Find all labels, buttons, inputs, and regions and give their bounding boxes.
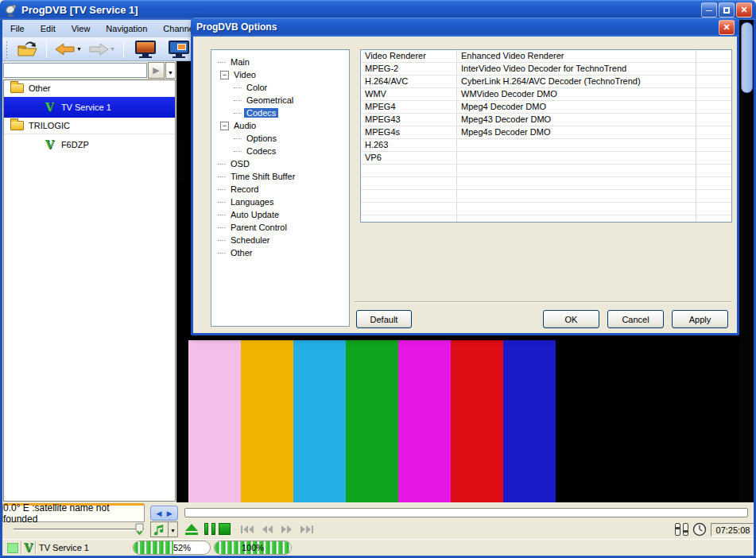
fast-forward-button[interactable] xyxy=(281,525,293,533)
satellite-tab[interactable]: 0.0° E :satellite name not founded xyxy=(2,503,145,522)
ok-button[interactable]: OK xyxy=(543,310,599,328)
codec-format-cell: Video Renderer xyxy=(361,50,457,63)
video-window-button[interactable] xyxy=(129,39,162,60)
eject-button[interactable] xyxy=(184,524,199,535)
codec-decoder-cell xyxy=(457,177,696,190)
tree-item-audio[interactable]: −Audio xyxy=(211,119,349,132)
rewind-button[interactable] xyxy=(262,525,273,533)
prev-satellite-button[interactable]: ◀ xyxy=(156,510,161,517)
menu-item-edit[interactable]: Edit xyxy=(33,21,64,36)
tree-item-time-shift-buffer[interactable]: Time Shift Buffer xyxy=(211,170,349,183)
tree-connector xyxy=(234,100,242,101)
menu-item-file[interactable]: File xyxy=(2,21,33,36)
tree-item-options[interactable]: Options xyxy=(211,132,349,145)
dialog-close-button[interactable]: ✕ xyxy=(719,20,735,35)
back-dropdown-caret[interactable]: ▼ xyxy=(76,46,82,52)
search-input[interactable] xyxy=(3,63,147,78)
apply-button[interactable]: Apply xyxy=(672,310,728,328)
default-button[interactable]: Default xyxy=(356,310,412,328)
cancel-button[interactable]: Cancel xyxy=(607,310,664,328)
audio-track-dropdown[interactable]: ▼ xyxy=(169,521,178,537)
open-folder-icon xyxy=(16,40,38,59)
codec-row[interactable]: VP6 xyxy=(361,152,731,165)
codec-row[interactable]: MPEG4Mpeg4 Decoder DMO xyxy=(361,101,731,114)
codec-row[interactable]: WMVWMVideo Decoder DMO xyxy=(361,88,731,101)
codec-extra-cell xyxy=(696,50,731,63)
dialog-divider xyxy=(355,301,732,303)
play-filter-button[interactable]: ▶ xyxy=(148,62,165,79)
codec-row[interactable]: Video RendererEnhanced Video Renderer xyxy=(361,50,731,63)
codec-row[interactable]: H.264/AVCCyberLink H.264/AVC Decoder (Te… xyxy=(361,76,731,88)
tree-connector xyxy=(218,164,226,165)
tree-item-label: Codecs xyxy=(244,146,278,156)
back-arrow-icon xyxy=(55,43,76,56)
tree-item-codecs[interactable]: Codecs xyxy=(211,145,349,157)
menu-item-view[interactable]: View xyxy=(64,21,99,36)
forward-dropdown-caret[interactable]: ▼ xyxy=(110,46,115,52)
codec-format-cell: H.263 xyxy=(361,139,457,152)
codec-row-empty xyxy=(361,177,731,190)
video-scrollbar-thumb[interactable] xyxy=(741,22,753,93)
channel-item[interactable]: VF6DZP xyxy=(4,134,175,155)
tree-item-parent-control[interactable]: Parent Control xyxy=(211,221,349,234)
minimize-button[interactable]: ─ xyxy=(701,2,717,17)
tree-collapse-icon[interactable]: − xyxy=(220,71,229,79)
seek-bar[interactable] xyxy=(184,508,748,517)
audio-track-button[interactable] xyxy=(150,521,169,537)
monitor-blue-icon xyxy=(169,41,189,58)
satellite-tab-label: 0.0° E :satellite name not founded xyxy=(3,502,144,525)
tree-item-main[interactable]: Main xyxy=(211,56,349,68)
tree-item-geometrical[interactable]: Geometrical xyxy=(211,94,349,107)
codec-format-cell xyxy=(361,165,457,177)
maximize-button[interactable] xyxy=(719,2,735,17)
tree-item-codecs[interactable]: Codecs xyxy=(211,107,349,119)
tree-item-auto-update[interactable]: Auto Update xyxy=(211,208,349,221)
codec-decoder-cell: InterVideo Video Decoder for TechnoTrend xyxy=(457,63,696,76)
stop-button[interactable] xyxy=(219,523,231,535)
tree-item-other[interactable]: Other xyxy=(211,246,349,259)
codec-row[interactable]: H.263 xyxy=(361,139,731,152)
tree-item-languages[interactable]: Languages xyxy=(211,196,349,208)
chevron-down-icon: ▼ xyxy=(168,70,173,76)
filter-dropdown-button[interactable]: ▼ xyxy=(165,62,176,79)
channel-item[interactable]: VTV Service 1 xyxy=(4,97,175,118)
tree-item-record[interactable]: Record xyxy=(211,183,349,196)
skip-last-button[interactable] xyxy=(300,525,313,533)
tree-item-label: Color xyxy=(244,83,269,92)
tree-item-scheduler[interactable]: Scheduler xyxy=(211,234,349,246)
codec-row-empty xyxy=(361,190,731,203)
tree-connector xyxy=(234,151,242,152)
tree-item-color[interactable]: Color xyxy=(211,81,349,94)
tree-connector xyxy=(234,87,242,88)
channel-group[interactable]: TRILOGIC xyxy=(4,118,175,134)
back-button[interactable]: ▼ xyxy=(52,39,85,60)
channel-list: OtherVTV Service 1TRILOGICVF6DZP xyxy=(3,79,176,502)
progdvb-app: FileEditViewNavigationChannel ▼ ▼ xyxy=(0,0,756,558)
dialog-titlebar[interactable]: ProgDVB Options xyxy=(191,17,739,37)
signal-progress-bar: 100% xyxy=(214,541,292,555)
channel-v-icon: V xyxy=(45,102,54,113)
stream-progress-bar: 52% xyxy=(133,541,211,555)
volume-slider-thumb[interactable] xyxy=(135,523,144,539)
pause-button[interactable] xyxy=(204,523,215,535)
forward-button[interactable]: ▼ xyxy=(85,39,118,60)
codec-row[interactable]: MPEG-2InterVideo Video Decoder for Techn… xyxy=(361,63,731,76)
codec-extra-cell xyxy=(696,165,731,177)
tree-item-osd[interactable]: OSD xyxy=(211,157,349,170)
tree-item-video[interactable]: −Video xyxy=(211,68,349,81)
close-button[interactable]: ✕ xyxy=(736,2,752,17)
signal-status-icon xyxy=(7,543,18,553)
channel-group[interactable]: Other xyxy=(4,80,175,97)
toolbar-grip[interactable] xyxy=(6,41,8,58)
open-folder-button[interactable] xyxy=(13,39,41,60)
signal-progress-label: 100% xyxy=(215,543,291,552)
skip-first-button[interactable] xyxy=(241,525,254,533)
codec-row[interactable]: MPEG4sMpeg4s Decoder DMO xyxy=(361,126,731,139)
volume-slider-track[interactable] xyxy=(14,529,144,531)
tree-collapse-icon[interactable]: − xyxy=(220,122,229,130)
menu-item-navigation[interactable]: Navigation xyxy=(98,21,155,36)
mixer-button[interactable] xyxy=(675,523,688,536)
next-satellite-button[interactable]: ▶ xyxy=(167,510,173,517)
clock-button[interactable] xyxy=(692,522,707,540)
codec-row[interactable]: MPEG43Mpeg43 Decoder DMO xyxy=(361,114,731,126)
